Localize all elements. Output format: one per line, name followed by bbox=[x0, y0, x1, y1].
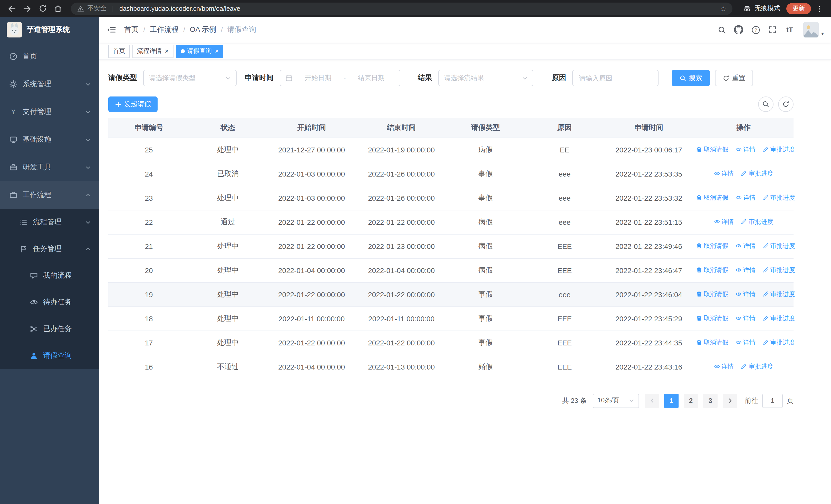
approval-progress-link[interactable]: 审批进度 bbox=[763, 194, 795, 202]
refresh-table-icon[interactable] bbox=[778, 96, 794, 112]
filter-form: 请假类型 请选择请假类型 申请时间 开始日期 - 结束日期 bbox=[108, 70, 822, 86]
app-logo[interactable]: 芋道管理系统 bbox=[0, 17, 99, 42]
forward-button[interactable] bbox=[21, 2, 34, 15]
detail-link[interactable]: 详情 bbox=[714, 362, 734, 371]
font-size-icon[interactable]: tT bbox=[781, 17, 798, 42]
result-select[interactable]: 请选择流结果 bbox=[438, 70, 533, 86]
sidebar-item-infrastructure[interactable]: 基础设施 bbox=[0, 126, 99, 153]
cancel-leave-link[interactable]: 取消请假 bbox=[696, 242, 728, 250]
search-icon[interactable] bbox=[713, 17, 730, 42]
breadcrumb-oa-example[interactable]: OA 示例 bbox=[190, 25, 216, 34]
address-bar[interactable]: 不安全 dashboard.yudao.iocoder.cn/bpm/oa/le… bbox=[71, 2, 733, 14]
detail-link[interactable]: 详情 bbox=[736, 194, 755, 202]
help-icon[interactable]: ? bbox=[747, 17, 764, 42]
approval-progress-link[interactable]: 审批进度 bbox=[763, 338, 795, 347]
home-button[interactable] bbox=[51, 2, 65, 15]
sidebar-item-payment-management[interactable]: ¥ 支付管理 bbox=[0, 98, 99, 126]
page-size-select[interactable]: 10条/页 bbox=[593, 393, 639, 408]
page-button-3[interactable]: 3 bbox=[703, 393, 718, 408]
approval-progress-link[interactable]: 审批进度 bbox=[741, 217, 773, 226]
chat-bubble-icon bbox=[30, 271, 38, 280]
cancel-leave-link[interactable]: 取消请假 bbox=[696, 338, 728, 347]
chevron-down-icon bbox=[85, 219, 91, 225]
back-button[interactable] bbox=[5, 2, 19, 15]
workflow-submenu: 流程管理 任务管理 我的流程 待办任务 bbox=[0, 209, 99, 369]
breadcrumb-workflow[interactable]: 工作流程 bbox=[150, 25, 179, 34]
approval-progress-link[interactable]: 审批进度 bbox=[763, 145, 795, 154]
approval-progress-link[interactable]: 审批进度 bbox=[763, 242, 795, 250]
detail-link[interactable]: 详情 bbox=[736, 242, 755, 250]
sidebar-item-todo-tasks[interactable]: 待办任务 bbox=[0, 289, 99, 316]
close-icon[interactable]: × bbox=[215, 48, 219, 54]
next-page-button[interactable] bbox=[723, 393, 737, 408]
detail-link[interactable]: 详情 bbox=[736, 314, 755, 323]
cell-reason: eee bbox=[525, 282, 604, 306]
approval-progress-link[interactable]: 审批进度 bbox=[763, 266, 795, 274]
breadcrumb-home[interactable]: 首页 bbox=[124, 25, 139, 34]
approval-progress-link[interactable]: 审批进度 bbox=[763, 290, 795, 299]
approval-progress-link[interactable]: 审批进度 bbox=[763, 314, 795, 323]
cancel-leave-link[interactable]: 取消请假 bbox=[696, 314, 728, 323]
cell-apply-id: 23 bbox=[108, 186, 190, 210]
search-button[interactable]: 搜索 bbox=[672, 70, 710, 86]
cancel-leave-link[interactable]: 取消请假 bbox=[696, 290, 728, 299]
create-leave-button[interactable]: 发起请假 bbox=[108, 96, 157, 112]
detail-link[interactable]: 详情 bbox=[714, 217, 734, 226]
cell-start-time: 2022-01-22 00:00:00 bbox=[266, 234, 357, 258]
cell-end-time: 2022-01-22 00:00:00 bbox=[357, 330, 446, 355]
sidebar-item-task-management[interactable]: 任务管理 bbox=[0, 236, 99, 262]
cancel-leave-link[interactable]: 取消请假 bbox=[696, 145, 728, 154]
leave-table: 申请编号 状态 开始时间 结束时间 请假类型 原因 申请时间 操作 25 处理中… bbox=[108, 118, 794, 379]
goto-page-input[interactable] bbox=[762, 393, 783, 408]
sidebar-item-system-management[interactable]: 系统管理 bbox=[0, 70, 99, 98]
cancel-leave-link[interactable]: 取消请假 bbox=[696, 194, 728, 202]
cell-reason: EEE bbox=[525, 234, 604, 258]
tags-view: 首页 流程详情 × 请假查询 × bbox=[99, 42, 831, 60]
tab-leave-query[interactable]: 请假查询 × bbox=[176, 45, 223, 58]
detail-link[interactable]: 详情 bbox=[736, 145, 755, 154]
page-button-1[interactable]: 1 bbox=[664, 393, 679, 408]
cell-status: 处理中 bbox=[190, 138, 266, 162]
close-icon[interactable]: × bbox=[165, 48, 169, 54]
sidebar-item-process-management[interactable]: 流程管理 bbox=[0, 209, 99, 236]
leave-type-select[interactable]: 请选择请假类型 bbox=[143, 70, 237, 86]
update-button[interactable]: 更新 bbox=[786, 3, 811, 14]
cancel-leave-link[interactable]: 取消请假 bbox=[696, 266, 728, 274]
table-row: 19 处理中 2022-01-22 00:00:00 2022-01-22 00… bbox=[108, 282, 794, 306]
approval-progress-link[interactable]: 审批进度 bbox=[741, 362, 773, 371]
toggle-search-icon[interactable] bbox=[758, 96, 774, 112]
detail-link[interactable]: 详情 bbox=[714, 169, 734, 178]
page-button-2[interactable]: 2 bbox=[684, 393, 698, 408]
browser-chrome: 不安全 dashboard.yudao.iocoder.cn/bpm/oa/le… bbox=[0, 0, 831, 17]
reset-button[interactable]: 重置 bbox=[715, 70, 753, 86]
tab-process-detail[interactable]: 流程详情 × bbox=[133, 45, 173, 58]
detail-link[interactable]: 详情 bbox=[736, 338, 755, 347]
user-menu[interactable]: ▾ bbox=[798, 17, 827, 42]
cell-start-time: 2022-01-03 00:00:00 bbox=[266, 162, 357, 186]
tab-home[interactable]: 首页 bbox=[108, 45, 130, 58]
sidebar-item-my-process[interactable]: 我的流程 bbox=[0, 262, 99, 289]
fullscreen-icon[interactable] bbox=[764, 17, 781, 42]
reason-input[interactable] bbox=[573, 70, 658, 86]
github-icon[interactable] bbox=[730, 17, 747, 42]
sidebar-fold-icon[interactable] bbox=[99, 17, 124, 42]
cell-end-time: 2022-01-13 00:00:00 bbox=[357, 355, 446, 379]
kebab-menu-icon[interactable]: ⋮ bbox=[813, 4, 826, 13]
sidebar-item-dev-tools[interactable]: 研发工具 bbox=[0, 153, 99, 181]
detail-link[interactable]: 详情 bbox=[736, 266, 755, 274]
sidebar-item-workflow[interactable]: 工作流程 bbox=[0, 181, 99, 209]
bookmark-star-icon[interactable]: ☆ bbox=[720, 4, 726, 12]
sidebar-item-leave-query[interactable]: 请假查询 bbox=[0, 342, 99, 369]
svg-text:?: ? bbox=[754, 27, 757, 33]
sidebar-item-done-tasks[interactable]: 已办任务 bbox=[0, 316, 99, 342]
prev-page-button[interactable] bbox=[645, 393, 659, 408]
cell-leave-type: 事假 bbox=[446, 162, 525, 186]
apply-time-range-picker[interactable]: 开始日期 - 结束日期 bbox=[280, 70, 400, 86]
approval-progress-link[interactable]: 审批进度 bbox=[741, 169, 773, 178]
col-start-time: 开始时间 bbox=[266, 118, 357, 138]
cell-status: 处理中 bbox=[190, 282, 266, 306]
detail-link[interactable]: 详情 bbox=[736, 290, 755, 299]
reload-button[interactable] bbox=[36, 2, 49, 15]
sidebar-item-home[interactable]: 首页 bbox=[0, 42, 99, 70]
cell-actions: 取消请假 详情 审批进度 bbox=[693, 258, 794, 282]
